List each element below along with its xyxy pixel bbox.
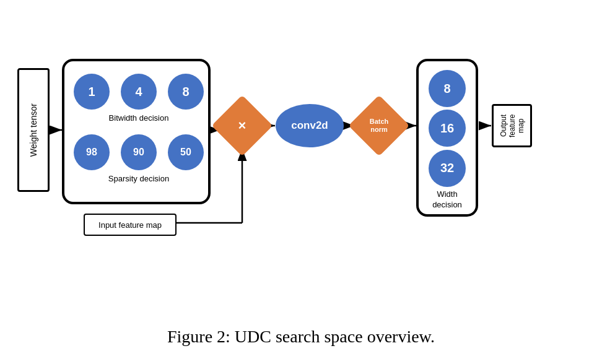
bitwidth-circle-1: 1 [74, 74, 110, 110]
sparsity-circles: 98 90 50 [74, 134, 204, 170]
diagram-area: Weight tensor 1 4 8 Bitwidth decision 98… [0, 12, 602, 272]
weight-tensor-box: Weight tensor [17, 68, 50, 192]
multiply-symbol: × [238, 118, 246, 134]
sparsity-circle-90: 90 [121, 134, 157, 170]
bitwidth-circle-8: 8 [168, 74, 204, 110]
width-circle-32: 32 [429, 150, 466, 187]
width-circle-8: 8 [429, 70, 466, 107]
batch-norm-diamond: Batchnorm [354, 104, 404, 147]
conv2d-node: conv2d [276, 104, 344, 147]
input-feature-map-box: Input feature map [84, 214, 177, 236]
weight-tensor-label: Weight tensor [28, 103, 38, 157]
width-decision-group: 8 16 32 Widthdecision [416, 59, 478, 217]
sparsity-label: Sparsity decision [74, 174, 204, 183]
width-label: Widthdecision [432, 189, 462, 213]
multiply-diamond: × [220, 104, 264, 147]
batch-norm-label: Batchnorm [370, 118, 389, 134]
width-circle-16: 16 [429, 110, 466, 147]
figure-caption: Figure 2: UDC search space overview. [0, 327, 602, 347]
input-feature-map-label: Input feature map [98, 220, 162, 230]
bitwidth-circles: 1 4 8 [74, 74, 204, 110]
bitwidth-label: Bitwidth decision [74, 113, 204, 123]
sparsity-circle-50: 50 [168, 134, 204, 170]
decision-group: 1 4 8 Bitwidth decision 98 90 50 Sparsit… [62, 59, 211, 204]
output-feature-map-box: Output feature map [492, 104, 532, 147]
bitwidth-row: 1 4 8 Bitwidth decision [74, 74, 204, 123]
output-feature-map-label: Output feature map [499, 106, 525, 145]
conv2d-label: conv2d [291, 119, 328, 132]
sparsity-circle-98: 98 [74, 134, 110, 170]
bitwidth-circle-4: 4 [121, 74, 157, 110]
sparsity-row: 98 90 50 Sparsity decision [74, 134, 204, 183]
